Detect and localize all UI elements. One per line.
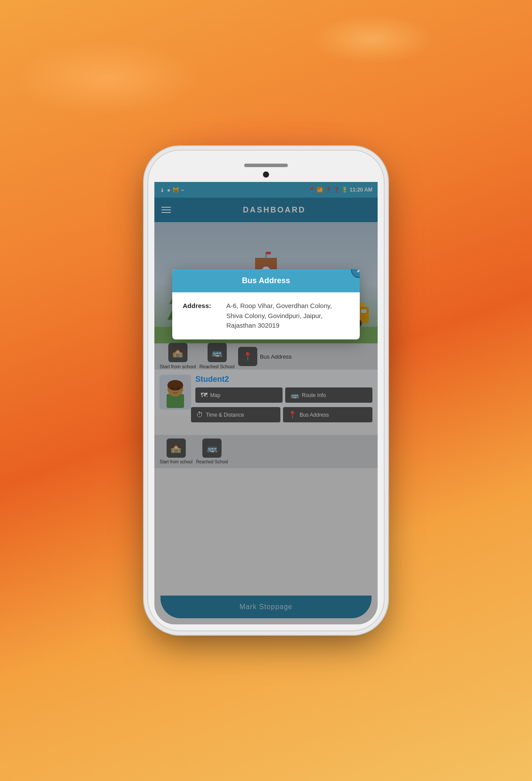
dialog-overlay: Bus Address x Address: A-6, Roop Vihar, … <box>154 182 378 624</box>
dialog-address-label: Address: <box>183 301 218 331</box>
phone-speaker <box>244 164 288 167</box>
dialog-header: Bus Address <box>172 269 360 292</box>
phone-camera <box>263 171 269 178</box>
dialog-address-row: Address: A-6, Roop Vihar, Goverdhan Colo… <box>183 301 349 331</box>
dialog-body: Address: A-6, Roop Vihar, Goverdhan Colo… <box>172 292 360 339</box>
dialog-address-value: A-6, Roop Vihar, Goverdhan Colony, Shiva… <box>226 301 349 331</box>
dialog-title: Bus Address <box>242 276 290 285</box>
screen: 🌡 ● 😸 ⌁ 📍 📶 ❓ ❓ 🔋 11:20 AM <box>154 182 378 624</box>
bus-address-dialog: Bus Address x Address: A-6, Roop Vihar, … <box>172 269 360 339</box>
phone-body: 🌡 ● 😸 ⌁ 📍 📶 ❓ ❓ 🔋 11:20 AM <box>148 151 384 630</box>
